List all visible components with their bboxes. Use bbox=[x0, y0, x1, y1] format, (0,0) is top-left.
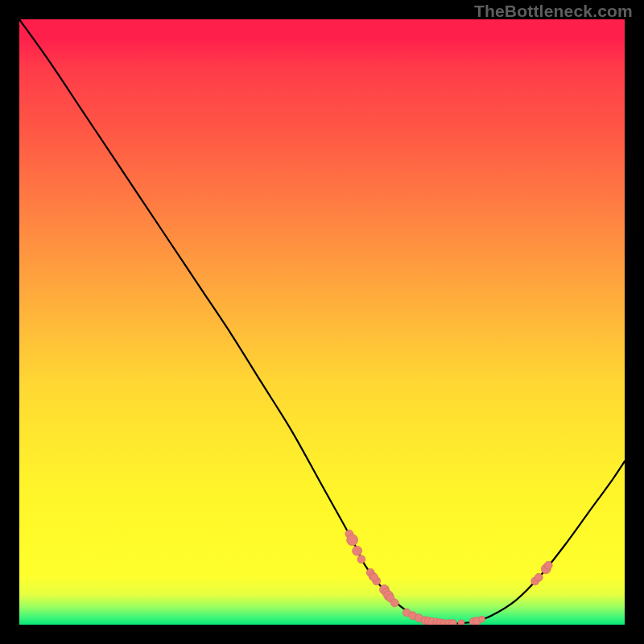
curve-marker bbox=[544, 561, 552, 569]
curve-marker bbox=[353, 546, 362, 555]
curve-marker bbox=[390, 599, 398, 607]
bottleneck-curve bbox=[19, 19, 625, 624]
watermark-text: TheBottleneck.com bbox=[474, 2, 633, 21]
curve-marker bbox=[535, 573, 543, 581]
chart-frame: TheBottleneck.com bbox=[0, 0, 644, 644]
curve-marker bbox=[347, 535, 358, 546]
curve-marker bbox=[458, 620, 464, 625]
chart-overlay bbox=[19, 19, 625, 625]
curve-marker bbox=[357, 555, 365, 564]
curve-marker bbox=[479, 616, 485, 622]
curve-markers bbox=[345, 530, 552, 625]
curve-marker bbox=[370, 573, 378, 581]
